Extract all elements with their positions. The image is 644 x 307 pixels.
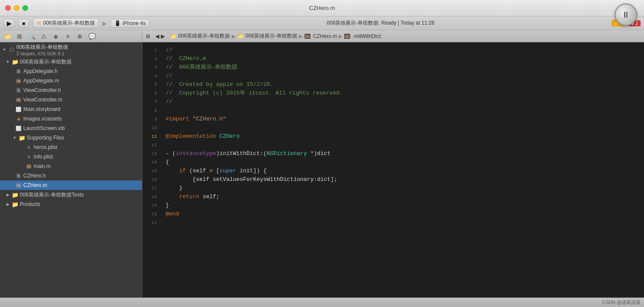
file-label: ViewController.h: [23, 87, 61, 93]
project-disclosure[interactable]: ▼: [2, 47, 7, 52]
status-text: 006英雄展示-单组数据: Ready | Today at 11:28: [327, 20, 434, 26]
code-line-19: }: [166, 201, 644, 210]
breadcrumb: ⊞ ◀ ▶ 📁 006英雄展示-单组数据 ▶ 📁 006英雄展示-单组数据 ▶ …: [142, 32, 644, 40]
tests-disclosure[interactable]: ▶: [5, 192, 10, 197]
file-label: heros.plist: [34, 144, 57, 150]
breadcrumb-group[interactable]: 006英雄展示-单组数据: [245, 32, 297, 40]
breadcrumb-forward[interactable]: ▶: [161, 33, 165, 39]
code-line-4: //: [166, 72, 644, 80]
code-line-3: // 006英雄展示-单组数据: [166, 63, 644, 72]
ln-6: 6: [146, 89, 157, 98]
scheme-separator: ▶: [102, 20, 107, 27]
code-content: 1 2 3 4 5 6 7 8 9 10 ⚠ 11 12 13 14 15 16…: [142, 42, 644, 231]
breadcrumb-method[interactable]: -initWithDict:: [353, 33, 382, 39]
minimize-button[interactable]: [14, 5, 19, 11]
file-label: Images.xcassets: [23, 116, 62, 122]
main-content: ▼ ⬡ 006英雄展示-单组数据 2 targets, iOS SDK 8.1 …: [0, 42, 644, 298]
bookmark-nav-button[interactable]: ◈: [51, 32, 60, 41]
ln-9: 9: [146, 115, 157, 123]
ln-17: 17: [146, 184, 157, 193]
maximize-button[interactable]: [22, 5, 28, 11]
pin-nav-button[interactable]: ⊕: [75, 32, 85, 41]
folder-nav-button[interactable]: 📁: [3, 32, 12, 41]
file-images-xcassets[interactable]: ◈ Images.xcassets: [0, 114, 142, 123]
supporting-disclosure[interactable]: ▼: [12, 135, 17, 140]
breadcrumb-folder-icon-2: 📁: [237, 33, 244, 39]
file-label: main.m: [34, 163, 50, 169]
file-launchscreen-xib[interactable]: ⬜ LaunchScreen.xib: [0, 123, 142, 133]
h-icon: h: [15, 68, 22, 75]
group-main-icon: 📁: [12, 58, 19, 65]
bc-sep-3: ▶: [339, 33, 342, 39]
xcode-icon: ⚒: [37, 20, 41, 26]
traffic-lights[interactable]: [5, 5, 28, 11]
list-nav-button[interactable]: ≡: [63, 32, 72, 41]
run-button[interactable]: ▶: [3, 19, 15, 28]
schemebar: ▶ ■ ⚒ 006英雄展示-单组数据 ▶ 📱 iPhone 4s 006英雄展示…: [0, 16, 644, 30]
file-appdelegate-h[interactable]: h AppDelegate.h: [0, 66, 142, 76]
h-icon: h: [15, 87, 22, 94]
products-icon: 📁: [12, 201, 19, 208]
scheme-selector[interactable]: ⚒ 006英雄展示-单组数据: [33, 18, 99, 28]
file-heros-plist[interactable]: ≡ heros.plist: [0, 142, 142, 152]
code-line-14: {: [166, 158, 644, 167]
grid-nav-button[interactable]: ⊞: [15, 32, 24, 41]
supporting-label: Supporting Files: [27, 135, 64, 141]
file-appdelegate-m[interactable]: m AppDelegate.m: [0, 76, 142, 85]
bc-sep-1: ▶: [232, 33, 236, 39]
project-root[interactable]: ▼ ⬡ 006英雄展示-单组数据 2 targets, iOS SDK 8.1: [0, 42, 142, 57]
warning-nav-button[interactable]: ⚠: [39, 32, 48, 41]
m-icon: m: [15, 77, 22, 84]
line-numbers: 1 2 3 4 5 6 7 8 9 10 ⚠ 11 12 13 14 15 16…: [142, 46, 162, 227]
xcassets-icon: ◈: [15, 115, 22, 122]
bottombar: CSDN @清风清晨: [0, 298, 644, 307]
close-button[interactable]: [5, 5, 11, 11]
search-nav-button[interactable]: 🔍: [27, 32, 36, 41]
file-label: CZHero.h: [23, 173, 46, 179]
file-czhero-h[interactable]: h CZHero.h: [0, 171, 142, 180]
ln-19: 19: [146, 201, 157, 210]
code-line-17: }: [166, 184, 644, 193]
m-icon: m: [25, 163, 32, 170]
group-main[interactable]: ▼ 📁 006英雄展示-单组数据: [0, 57, 142, 66]
breadcrumb-file[interactable]: CZHero.m: [313, 33, 337, 39]
plist-icon: ≡: [25, 153, 32, 160]
breadcrumb-layout-button[interactable]: ⊞: [146, 33, 150, 39]
code-line-6: // Copyright (c) 2015年 itcast. All right…: [166, 89, 644, 98]
file-viewcontroller-h[interactable]: h ViewController.h: [0, 85, 142, 95]
project-icon: ⬡: [8, 46, 15, 53]
code-editor[interactable]: 1 2 3 4 5 6 7 8 9 10 ⚠ 11 12 13 14 15 16…: [142, 42, 644, 298]
code-line-16: [self setValuesForKeysWithDictionary:dic…: [166, 175, 644, 184]
tests-label: 006英雄展示-单组数据Tests: [20, 191, 84, 199]
bubble-nav-button[interactable]: 💬: [87, 32, 97, 41]
file-main-storyboard[interactable]: ⬜ Main.storyboard: [0, 104, 142, 114]
code-line-15: if (self = [super init]) {: [166, 167, 644, 175]
sidebar[interactable]: ▼ ⬡ 006英雄展示-单组数据 2 targets, iOS SDK 8.1 …: [0, 42, 142, 298]
group-tests[interactable]: ▶ 📁 006英雄展示-单组数据Tests: [0, 190, 142, 199]
device-selector[interactable]: 📱 iPhone 4s: [110, 19, 149, 28]
pause-button[interactable]: ⏸: [615, 3, 637, 26]
ln-12: 12: [146, 141, 157, 149]
group-products[interactable]: ▶ 📁 Products: [0, 199, 142, 209]
file-label: CZHero.m: [23, 182, 47, 188]
error-count: 2: [635, 21, 638, 26]
ln-10: 10: [146, 123, 157, 132]
stop-button[interactable]: ■: [18, 19, 29, 28]
breadcrumb-project[interactable]: 006英雄展示-单组数据: [178, 32, 230, 40]
file-viewcontroller-m[interactable]: m ViewController.m: [0, 95, 142, 104]
products-disclosure[interactable]: ▶: [5, 202, 10, 207]
ln-1: 1: [146, 46, 157, 54]
ln-16: 16: [146, 175, 157, 184]
ln-15: 15: [146, 167, 157, 175]
m-icon: m: [15, 96, 22, 103]
file-label: ViewController.m: [23, 97, 62, 103]
breadcrumb-back[interactable]: ◀: [155, 33, 159, 39]
code-line-5: // Created by apple on 15/2/28.: [166, 80, 644, 89]
ln-2: 2: [146, 54, 157, 63]
file-info-plist[interactable]: ≡ Info.plist: [0, 152, 142, 161]
file-czhero-m[interactable]: m CZHero.m: [0, 180, 142, 190]
file-main-m[interactable]: m main.m: [0, 161, 142, 171]
xib-icon: ⬜: [15, 125, 22, 132]
group-main-disclosure[interactable]: ▼: [5, 59, 10, 64]
group-supporting[interactable]: ▼ 📁 Supporting Files: [0, 133, 142, 142]
